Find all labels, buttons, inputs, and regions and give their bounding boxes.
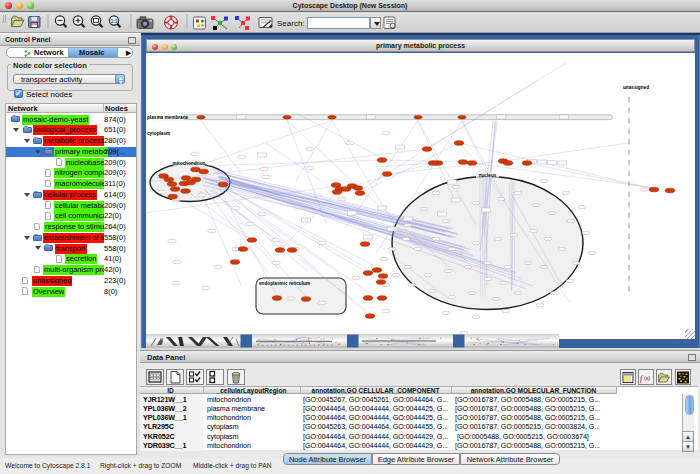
svg-text:plasma membrane: plasma membrane [147,115,189,120]
svg-text:endoplasmic reticulum: endoplasmic reticulum [259,281,310,286]
svg-text:(x): (x) [644,375,650,381]
svg-text:1:1: 1:1 [111,19,118,24]
svg-text:mitochondrion: mitochondrion [173,161,206,166]
svg-text:cytoplasm: cytoplasm [147,131,170,136]
svg-text:nucleus: nucleus [479,173,497,178]
svg-text:unassigned: unassigned [623,85,649,90]
